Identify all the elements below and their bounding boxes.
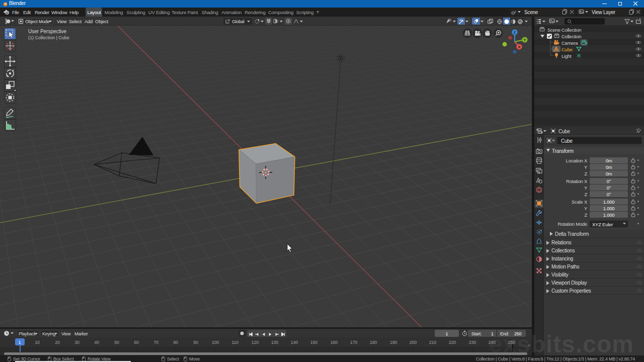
svg-text:X: X [518,45,521,49]
svg-text:(1) Collection | Cube: (1) Collection | Cube [28,35,69,40]
svg-text:Y: Y [523,38,526,42]
svg-text:User Perspective: User Perspective [28,29,67,34]
svg-text:Z: Z [514,30,516,35]
